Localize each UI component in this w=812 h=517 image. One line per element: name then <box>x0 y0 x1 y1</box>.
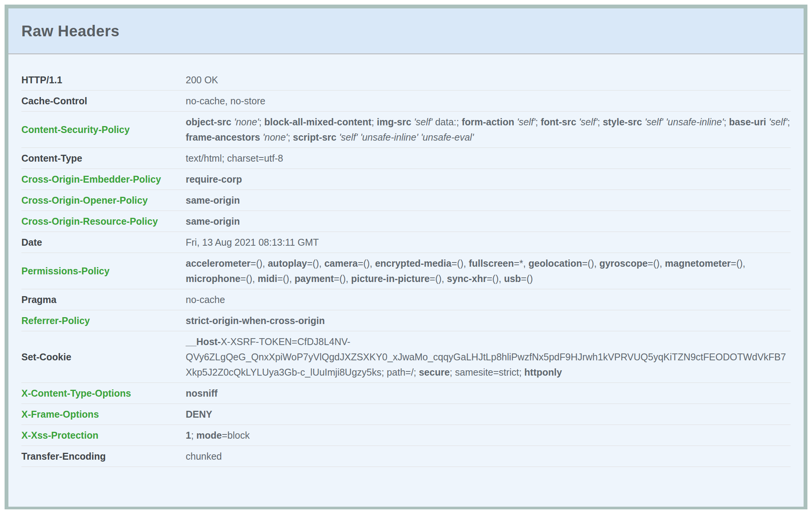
header-name: Pragma <box>21 289 186 310</box>
value-part: encrypted-media <box>375 258 451 269</box>
panel-header: Raw Headers <box>8 8 804 54</box>
header-row: Cross-Origin-Resource-Policysame-origin <box>21 211 791 232</box>
value-part: no-cache, no-store <box>186 96 265 106</box>
value-part: chunked <box>186 451 222 462</box>
header-value: object-src 'none'; block-all-mixed-conte… <box>186 112 791 148</box>
raw-headers-panel: Raw Headers HTTP/1.1200 OKCache-Controln… <box>5 5 807 509</box>
header-row: Cross-Origin-Embedder-Policyrequire-corp <box>21 169 791 190</box>
value-part: text/html; charset=utf-8 <box>186 153 283 164</box>
header-name: Set-Cookie <box>21 331 186 383</box>
value-part <box>663 117 666 127</box>
value-part <box>576 117 579 127</box>
value-part: midi <box>258 273 277 284</box>
header-row: Set-Cookie__Host-X-XSRF-TOKEN=CfDJ8L4NV-… <box>21 331 791 383</box>
value-part: accelerometer <box>186 258 251 269</box>
panel-body: HTTP/1.1200 OKCache-Controlno-cache, no-… <box>8 54 804 507</box>
value-part: DENY <box>186 409 212 420</box>
value-part: camera <box>324 258 358 269</box>
value-part: 'unsafe-inline' <box>666 117 724 127</box>
header-value: no-cache <box>186 289 791 310</box>
value-part: font-src <box>541 117 576 127</box>
header-row: X-Xss-Protection1; mode=block <box>21 425 791 446</box>
value-part: 'none' <box>263 132 287 143</box>
value-part: nosniff <box>186 388 217 399</box>
value-part: no-cache <box>186 294 225 305</box>
header-value: same-origin <box>186 190 791 211</box>
header-row: Content-Typetext/html; charset=utf-8 <box>21 148 791 169</box>
value-part: 'none' <box>234 117 259 127</box>
value-part: object-src <box>186 117 231 127</box>
value-part: =(), <box>451 258 468 269</box>
value-part: =(), <box>358 258 375 269</box>
value-part: 'self' <box>579 117 597 127</box>
header-name[interactable]: Cross-Origin-Opener-Policy <box>21 190 186 211</box>
header-name: Date <box>21 232 186 253</box>
header-value: chunked <box>186 446 791 467</box>
value-part: sync-xhr <box>447 273 487 284</box>
header-name[interactable]: X-Content-Type-Options <box>21 383 186 404</box>
value-part: =(), <box>251 258 268 269</box>
value-part: 'unsafe-eval' <box>421 132 474 143</box>
header-name[interactable]: X-Frame-Options <box>21 404 186 425</box>
value-part: =block <box>222 430 250 441</box>
header-row: X-Content-Type-Optionsnosniff <box>21 383 791 404</box>
value-part: ; samesite=strict; <box>450 367 524 378</box>
value-part: 1 <box>186 430 191 441</box>
value-part: =(), <box>648 258 665 269</box>
value-part: picture-in-picture <box>351 273 430 284</box>
header-value: no-cache, no-store <box>186 91 791 112</box>
header-name[interactable]: Cross-Origin-Embedder-Policy <box>21 169 186 190</box>
value-part: =(), <box>582 258 599 269</box>
value-part: require-corp <box>186 174 242 185</box>
value-part: autoplay <box>268 258 307 269</box>
value-part: 200 OK <box>186 75 218 85</box>
header-value: accelerometer=(), autoplay=(), camera=()… <box>186 253 791 289</box>
value-part: same-origin <box>186 216 240 227</box>
header-name[interactable]: Referrer-Policy <box>21 310 186 331</box>
value-part: strict-origin-when-cross-origin <box>186 315 325 326</box>
value-part: __Host- <box>186 336 221 347</box>
header-value: Fri, 13 Aug 2021 08:13:11 GMT <box>186 232 791 253</box>
header-name: HTTP/1.1 <box>21 70 186 91</box>
value-part: =(), <box>430 273 447 284</box>
header-value: text/html; charset=utf-8 <box>186 148 791 169</box>
header-row: Cache-Controlno-cache, no-store <box>21 91 791 112</box>
value-part: ; <box>191 430 196 441</box>
value-part: =(), <box>334 273 351 284</box>
header-name[interactable]: Permissions-Policy <box>21 253 186 289</box>
header-name[interactable]: Content-Security-Policy <box>21 112 186 148</box>
value-part: 'unsafe-inline' <box>360 132 418 143</box>
header-name[interactable]: Cross-Origin-Resource-Policy <box>21 211 186 232</box>
value-part: fullscreen <box>469 258 514 269</box>
header-row: Pragmano-cache <box>21 289 791 310</box>
value-part: ; <box>259 117 264 127</box>
value-part: httponly <box>524 367 562 378</box>
value-part: data:; <box>433 117 462 127</box>
value-part: ; <box>535 117 541 127</box>
header-value: DENY <box>186 404 791 425</box>
header-row: Permissions-Policyaccelerometer=(), auto… <box>21 253 791 289</box>
value-part: =(), <box>240 273 258 284</box>
value-part: secure <box>419 367 450 378</box>
header-value: 200 OK <box>186 70 791 91</box>
header-value: require-corp <box>186 169 791 190</box>
header-name[interactable]: X-Xss-Protection <box>21 425 186 446</box>
value-part: style-src <box>603 117 642 127</box>
header-value: nosniff <box>186 383 791 404</box>
header-row: Transfer-Encodingchunked <box>21 446 791 467</box>
panel-title: Raw Headers <box>21 23 120 40</box>
value-part: ; <box>371 117 377 127</box>
value-part: img-src <box>377 117 411 127</box>
header-value: 1; mode=block <box>186 425 791 446</box>
value-part: Fri, 13 Aug 2021 08:13:11 GMT <box>186 237 319 248</box>
value-part: mode <box>196 430 222 441</box>
value-part: microphone <box>186 273 240 284</box>
value-part: same-origin <box>186 195 240 206</box>
header-name: Cache-Control <box>21 91 186 112</box>
value-part: =(), <box>307 258 324 269</box>
value-part: usb <box>504 273 521 284</box>
value-part: gyroscope <box>599 258 647 269</box>
value-part: payment <box>295 273 334 284</box>
value-part: =() <box>521 273 533 284</box>
value-part: 'self' <box>645 117 663 127</box>
